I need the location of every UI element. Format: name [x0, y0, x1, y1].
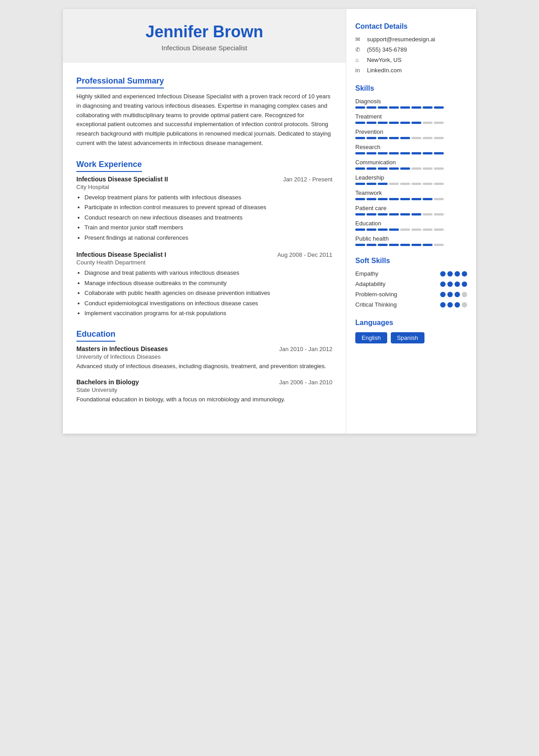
dot: [462, 292, 467, 297]
skill-segment: [400, 183, 410, 185]
skill-segment: [378, 167, 388, 170]
skills-title: Skills: [355, 84, 467, 92]
skill-segment: [434, 229, 444, 231]
dot: [440, 271, 446, 277]
dot: [447, 302, 453, 308]
skill-segment: [400, 167, 410, 170]
skill-item: Leadership: [355, 174, 467, 185]
skill-segment: [367, 137, 376, 139]
skill-bar: [355, 167, 467, 170]
skill-segment: [378, 152, 388, 154]
skill-item: Research: [355, 144, 467, 154]
skill-segment: [355, 244, 365, 246]
skill-segment: [400, 244, 410, 246]
skill-segment: [411, 152, 421, 154]
work-job-title: Infectious Disease Specialist II: [76, 176, 168, 183]
contact-icon: ✆: [355, 46, 363, 53]
skill-segment: [389, 167, 399, 170]
skill-name: Diagnosis: [355, 98, 467, 105]
skill-segment: [378, 229, 388, 231]
skill-segment: [423, 137, 433, 139]
skill-segment: [367, 183, 376, 185]
dot: [447, 292, 453, 297]
language-badge: Spanish: [391, 332, 424, 343]
skill-item: Prevention: [355, 128, 467, 139]
dot: [462, 281, 467, 287]
bullet-item: Participate in infection control measure…: [84, 203, 332, 212]
skill-segment: [378, 244, 388, 246]
skill-segment: [389, 244, 399, 246]
skill-name: Education: [355, 220, 467, 227]
right-column: Contact Details ✉support@resumedesign.ai…: [346, 9, 476, 434]
skill-item: Education: [355, 220, 467, 231]
work-bullets: Diagnose and treat patients with various…: [76, 268, 332, 318]
skill-segment: [423, 183, 433, 185]
skill-segment: [389, 152, 399, 154]
dot: [455, 271, 460, 277]
skill-segment: [389, 183, 399, 185]
skill-segment: [367, 152, 376, 154]
dots-container: [440, 302, 467, 308]
skill-bar: [355, 106, 467, 109]
skill-segment: [378, 183, 388, 185]
skill-item: Diagnosis: [355, 98, 467, 109]
bullet-item: Develop treatment plans for patients wit…: [84, 193, 332, 202]
skill-segment: [355, 167, 365, 170]
skill-segment: [400, 122, 410, 124]
skill-bar: [355, 183, 467, 185]
skill-segment: [434, 183, 444, 185]
soft-skills-container: EmpathyAdaptabilityProblem-solvingCritic…: [355, 270, 467, 308]
contact-section: Contact Details ✉support@resumedesign.ai…: [355, 22, 467, 74]
skill-segment: [367, 244, 376, 246]
education-entry: Masters in Infectious Diseases Jan 2010 …: [76, 345, 332, 371]
contact-title: Contact Details: [355, 22, 467, 31]
jobs-container: Infectious Disease Specialist II Jan 201…: [76, 176, 332, 318]
skill-item: Treatment: [355, 113, 467, 124]
education-entry: Bachelors in Biology Jan 2006 - Jan 2010…: [76, 378, 332, 404]
edu-date: Jan 2010 - Jan 2012: [279, 346, 332, 352]
soft-skill-name: Critical Thinking: [355, 301, 397, 308]
work-bullets: Develop treatment plans for patients wit…: [76, 193, 332, 242]
skill-segment: [434, 213, 444, 215]
skill-bar: [355, 198, 467, 200]
skill-name: Treatment: [355, 113, 467, 120]
skill-segment: [423, 244, 433, 246]
skill-segment: [355, 122, 365, 124]
bullet-item: Manage infectious disease outbreaks in t…: [84, 279, 332, 288]
skill-name: Patient care: [355, 205, 467, 211]
skill-name: Communication: [355, 159, 467, 166]
skill-segment: [411, 106, 421, 109]
soft-skill-name: Empathy: [355, 270, 378, 277]
dot: [462, 271, 467, 277]
work-date: Aug 2008 - Dec 2011: [277, 251, 332, 258]
soft-skill-item: Critical Thinking: [355, 301, 467, 308]
skill-segment: [389, 122, 399, 124]
skill-segment: [389, 213, 399, 215]
skill-segment: [434, 167, 444, 170]
soft-skills-section: Soft Skills EmpathyAdaptabilityProblem-s…: [355, 257, 467, 308]
dot: [440, 302, 446, 308]
skills-section: Skills DiagnosisTreatmentPreventionResea…: [355, 84, 467, 246]
skill-segment: [434, 137, 444, 139]
skill-segment: [389, 229, 399, 231]
skill-bar: [355, 229, 467, 231]
skill-segment: [355, 106, 365, 109]
skill-segment: [423, 198, 433, 200]
skill-segment: [423, 122, 433, 124]
contact-icon: ⌂: [355, 57, 363, 63]
skill-bar: [355, 213, 467, 215]
edu-school: University of Infectious Diseases: [76, 353, 332, 360]
soft-skill-item: Empathy: [355, 270, 467, 277]
contact-text: support@resumedesign.ai: [367, 36, 435, 43]
work-entry: Infectious Disease Specialist I Aug 2008…: [76, 251, 332, 318]
languages-section: Languages EnglishSpanish: [355, 319, 467, 343]
dots-container: [440, 271, 467, 277]
skill-segment: [389, 137, 399, 139]
work-job-title: Infectious Disease Specialist I: [76, 251, 166, 258]
skill-segment: [411, 183, 421, 185]
work-company: County Health Department: [76, 259, 332, 266]
edu-description: Foundational education in biology, with …: [76, 395, 332, 404]
skill-segment: [434, 244, 444, 246]
skill-segment: [411, 167, 421, 170]
job-title: Infectious Disease Specialist: [76, 44, 332, 52]
